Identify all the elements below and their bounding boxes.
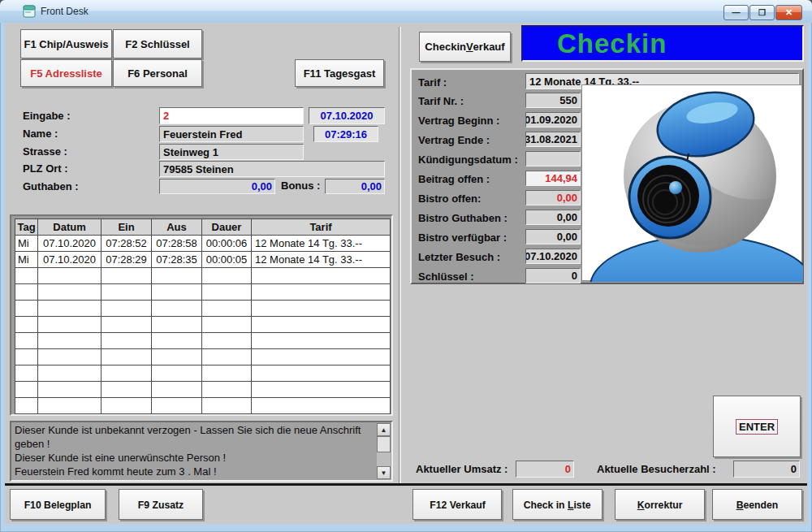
visits-table-body: Mi07.10.202007:28:5207:28:5800:00:0612 M…: [15, 236, 391, 414]
scroll-thumb[interactable]: [377, 436, 391, 452]
panel-field-label: Kündigungsdatum :: [418, 154, 518, 166]
cell: [252, 382, 391, 398]
cell: 07.10.2020: [38, 236, 102, 252]
empty-row: [15, 333, 391, 349]
cell: [152, 284, 202, 301]
cell: [152, 398, 202, 414]
panel-field-label: Beitrag offen :: [418, 173, 490, 185]
guthaben-field: 0,00: [159, 179, 275, 194]
panel-field-label: Bistro verfügbar :: [418, 231, 507, 244]
member-photo: [581, 84, 802, 281]
f11-tagesgast-button[interactable]: F11 Tagesgast: [295, 59, 384, 87]
maximize-button[interactable]: ❐: [749, 5, 775, 20]
f2-schluessel-button[interactable]: F2 Schlüssel: [113, 29, 202, 58]
cell: 07.10.2020: [38, 252, 102, 268]
empty-row: [15, 398, 391, 414]
panel-field-label: Tarif Nr. :: [418, 95, 464, 107]
cell: [15, 301, 38, 317]
f1-chip-ausweis-button[interactable]: F1 Chip/Ausweis: [20, 29, 112, 58]
checkin-verkauf-button[interactable]: Checkin Verkauf: [419, 32, 511, 62]
panel-field-label: Letzter Besuch :: [418, 251, 500, 263]
visit-row[interactable]: Mi07.10.202007:28:5207:28:5800:00:0612 M…: [15, 236, 391, 252]
panel-field-value: 07.10.2020: [525, 249, 581, 264]
cell: [102, 268, 152, 284]
alert-line: Dieser Kunde ist unbekannt verzogen - La…: [15, 423, 374, 437]
strasse-label: Strasse :: [23, 145, 67, 158]
visit-row[interactable]: Mi07.10.202007:28:2907:28:3500:00:0512 M…: [15, 252, 391, 268]
cell: [202, 398, 252, 414]
plz-ort-field[interactable]: 79585 Steinen: [159, 161, 385, 177]
minimize-button[interactable]: —: [723, 5, 749, 20]
alert-lines: Dieser Kunde ist unbekannt verzogen - La…: [15, 423, 374, 480]
cell: [102, 317, 152, 333]
checkin-banner: Checkin: [521, 25, 804, 62]
strasse-field[interactable]: Steinweg 1: [159, 144, 304, 160]
scroll-down-button[interactable]: ▼: [377, 466, 391, 479]
eingabe-label: Eingabe :: [23, 110, 71, 122]
cell: [202, 317, 252, 333]
table-header-row: TagDatumEinAusDauerTarif: [15, 219, 391, 236]
alert-line: 85,-- Beiträge fällig seit 30 Tagen !: [15, 478, 374, 480]
bonus-field: 0,00: [325, 179, 385, 194]
cell: [152, 365, 202, 382]
cell: [252, 301, 391, 317]
titlebar[interactable]: Front Desk — ❐ ✕: [0, 0, 812, 23]
cell: [252, 268, 391, 284]
cell: [38, 382, 102, 398]
panel-field-label: Bistro Guthaben :: [418, 212, 508, 224]
panel-field-label: Bistro offen:: [418, 192, 481, 205]
front-desk-window: Front Desk — ❐ ✕ F1 Chip/Ausweis F2 Schl…: [0, 0, 812, 532]
cell: [202, 365, 252, 382]
vertical-divider: [399, 27, 401, 483]
cell: 12 Monate 14 Tg. 33.--: [252, 236, 391, 252]
cell: [152, 333, 202, 349]
korrektur-button[interactable]: Korrektur: [615, 489, 705, 520]
f10-belegplan-button[interactable]: F10 Belegplan: [10, 489, 106, 520]
panel-field-value: [525, 151, 581, 167]
column-header: Ein: [102, 219, 152, 236]
bonus-label: Bonus :: [281, 179, 320, 192]
message-scrollbar[interactable]: ▲ ▼: [377, 423, 391, 479]
panel-field-value: 0: [525, 268, 581, 283]
cell: [102, 349, 152, 365]
cell: [202, 349, 252, 365]
cell: [252, 365, 391, 382]
beenden-button[interactable]: Beenden: [712, 489, 802, 520]
cell: [252, 398, 391, 414]
cell: [102, 301, 152, 317]
window-title: Front Desk: [41, 6, 89, 17]
alert-message-box: Dieser Kunde ist unbekannt verzogen - La…: [10, 421, 393, 482]
plz-ort-label: PLZ Ort :: [23, 162, 68, 175]
f5-adressliste-button[interactable]: F5 Adressliste: [20, 59, 112, 87]
cell: [15, 382, 38, 398]
close-icon: ✕: [785, 7, 793, 18]
tarif-label: Tarif :: [418, 76, 447, 89]
cell: [15, 398, 38, 414]
f12-verkauf-button[interactable]: F12 Verkauf: [412, 489, 502, 520]
cell: [38, 317, 102, 333]
check-in-liste-button[interactable]: Check in Liste: [512, 489, 603, 520]
name-label: Name :: [23, 128, 58, 140]
enter-button-label: ENTER: [736, 419, 778, 435]
cell: [202, 333, 252, 349]
cell: [152, 382, 202, 398]
cell: [202, 382, 252, 398]
cell: 07:28:58: [152, 236, 202, 252]
column-header: Dauer: [202, 219, 252, 236]
cell: [38, 365, 102, 382]
panel-field-label: Vertrag Beginn :: [418, 115, 499, 127]
f6-personal-button[interactable]: F6 Personal: [113, 59, 202, 87]
cell: Mi: [15, 236, 38, 252]
column-header: Tag: [15, 219, 38, 236]
eingabe-input[interactable]: [159, 107, 304, 124]
cell: 12 Monate 14 Tg. 33.--: [252, 252, 391, 268]
enter-button[interactable]: ENTER: [713, 396, 801, 457]
cell: [15, 333, 38, 349]
scroll-down-icon: ▼: [381, 469, 387, 477]
f9-zusatz-button[interactable]: F9 Zusatz: [119, 489, 203, 520]
webcam-graphic: [582, 85, 803, 282]
name-field[interactable]: Feuerstein Fred: [159, 126, 304, 142]
close-button[interactable]: ✕: [775, 5, 802, 20]
scroll-up-button[interactable]: ▲: [377, 423, 391, 436]
cell: [152, 349, 202, 365]
